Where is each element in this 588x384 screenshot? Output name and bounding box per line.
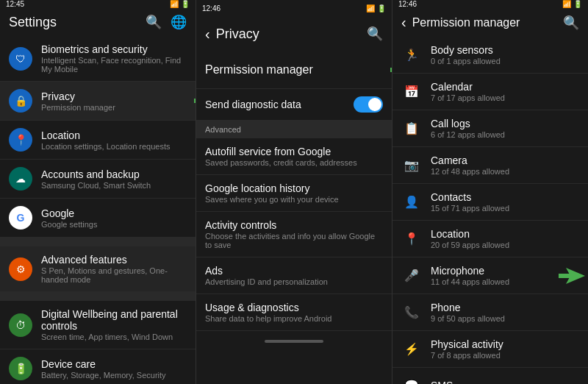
- accounts-subtitle: Samsung Cloud, Smart Switch: [41, 181, 187, 190]
- location-history-subtitle: Saves where you go with your device: [205, 195, 383, 204]
- microphone-arrow: [559, 268, 585, 284]
- permission-manager-panel: 12:46 📶 🔋 ‹ Permission manager 🔍 🏃 Body …: [392, 0, 588, 384]
- settings-item-advanced[interactable]: ⚙ Advanced features S Pen, Motions and g…: [0, 246, 196, 292]
- sms-title: SMS: [431, 380, 579, 384]
- autofill-subtitle: Saved passwords, credit cards, addresses: [205, 158, 383, 167]
- perm-location-subtitle: 20 of 59 apps allowed: [431, 241, 579, 249]
- privacy-item-permission-manager[interactable]: Permission manager: [196, 51, 392, 89]
- google-text: Google Google settings: [41, 207, 187, 229]
- location-history-title: Google location history: [205, 182, 383, 194]
- perm-location-text: Location 20 of 59 apps allowed: [431, 228, 579, 249]
- globe-icon[interactable]: 🌐: [171, 14, 187, 30]
- privacy-panel: 12:46 📶 🔋 ‹ Privacy 🔍 Permission manager: [196, 0, 392, 384]
- status-time-3: 12:46: [398, 0, 417, 8]
- accounts-text: Accounts and backup Samsung Cloud, Smart…: [41, 168, 187, 190]
- perm-item-location[interactable]: 📍 Location 20 of 59 apps allowed: [392, 221, 588, 257]
- privacy-text: Privacy Permission manager: [41, 90, 187, 112]
- google-title: Google: [41, 207, 187, 219]
- back-button-privacy[interactable]: ‹: [205, 26, 210, 43]
- phone-icon: 📞: [401, 302, 422, 323]
- body-sensors-text: Body sensors 0 of 1 apps allowed: [431, 44, 579, 65]
- settings-item-device[interactable]: 🔋 Device care Battery, Storage, Memory, …: [0, 349, 196, 384]
- camera-icon: 📷: [401, 155, 422, 176]
- privacy-item-autofill[interactable]: Autofill service from Google Saved passw…: [196, 138, 392, 175]
- status-bar-1: 12:45 📶 🔋: [0, 0, 196, 8]
- usage-title: Usage & diagnostics: [205, 302, 383, 313]
- perm-location-icon: 📍: [401, 229, 422, 249]
- location-icon: 📍: [9, 128, 32, 152]
- perm-item-contacts[interactable]: 👤 Contacts 15 of 71 apps allowed: [392, 184, 588, 221]
- privacy-item-diagnostic[interactable]: Send diagnostic data: [196, 89, 392, 121]
- camera-text: Camera 12 of 48 apps allowed: [431, 154, 579, 176]
- app-container: 12:45 📶 🔋 Settings 🔍 🌐 🛡 Biometrics and …: [0, 0, 588, 384]
- ads-subtitle: Advertising ID and personalization: [205, 277, 383, 286]
- perm-item-body-sensors[interactable]: 🏃 Body sensors 0 of 1 apps allowed: [392, 37, 588, 74]
- toggle-knob: [368, 98, 381, 111]
- phone-subtitle: 9 of 50 apps allowed: [431, 314, 579, 323]
- device-icon: 🔋: [9, 357, 32, 380]
- settings-item-accounts[interactable]: ☁ Accounts and backup Samsung Cloud, Sma…: [0, 160, 196, 199]
- sms-text: SMS: [431, 380, 579, 384]
- perm-item-call-logs[interactable]: 📋 Call logs 6 of 12 apps allowed: [392, 110, 588, 147]
- perm-location-title: Location: [431, 228, 579, 240]
- microphone-title: Microphone: [431, 265, 579, 277]
- phone-text: Phone 9 of 50 apps allowed: [431, 302, 579, 323]
- camera-subtitle: 12 of 48 apps allowed: [431, 167, 579, 176]
- perm-item-phone[interactable]: 📞 Phone 9 of 50 apps allowed: [392, 294, 588, 331]
- perm-item-microphone[interactable]: 🎤 Microphone 11 of 44 apps allowed: [392, 257, 588, 294]
- perm-item-camera[interactable]: 📷 Camera 12 of 48 apps allowed: [392, 147, 588, 184]
- biometrics-subtitle: Intelligent Scan, Face recognition, Find…: [41, 56, 187, 74]
- diagnostic-toggle[interactable]: [354, 96, 383, 113]
- settings-item-biometrics[interactable]: 🛡 Biometrics and security Intelligent Sc…: [0, 36, 196, 82]
- privacy-subtitle: Permission manager: [41, 103, 187, 112]
- privacy-item-location-history[interactable]: Google location history Saves where you …: [196, 175, 392, 212]
- perm-item-sms[interactable]: 💬 SMS: [392, 368, 588, 384]
- sms-icon: 💬: [401, 375, 422, 384]
- calendar-icon: 📅: [401, 82, 422, 102]
- settings-item-privacy[interactable]: 🔒 Privacy Permission manager: [0, 82, 196, 121]
- perm-item-physical-activity[interactable]: ⚡ Physical activity 7 of 8 apps allowed: [392, 331, 588, 368]
- bottom-nav-2: [196, 331, 392, 352]
- privacy-item-ads[interactable]: Ads Advertising ID and personalization: [196, 257, 392, 294]
- permission-manager-text: Permission manager: [205, 63, 383, 77]
- advanced-icon: ⚙: [9, 257, 32, 281]
- physical-activity-icon: ⚡: [401, 339, 422, 360]
- settings-header: Settings 🔍 🌐: [0, 8, 196, 36]
- section-divider-2: [0, 292, 196, 301]
- perm-item-calendar[interactable]: 📅 Calendar 7 of 17 apps allowed: [392, 74, 588, 110]
- privacy-header: ‹ Privacy 🔍: [196, 16, 392, 51]
- search-icon-perm[interactable]: 🔍: [563, 15, 579, 31]
- permission-manager-header: ‹ Permission manager 🔍: [392, 8, 588, 37]
- phone-title: Phone: [431, 302, 579, 313]
- location-subtitle: Location settings, Location requests: [41, 142, 187, 151]
- contacts-icon: 👤: [401, 192, 422, 213]
- status-icons-1: 📶 🔋: [170, 0, 190, 8]
- usage-text: Usage & diagnostics Share data to help i…: [205, 302, 383, 323]
- diagnostic-text: Send diagnostic data: [205, 99, 354, 110]
- search-icon-privacy[interactable]: 🔍: [367, 26, 383, 42]
- search-icon[interactable]: 🔍: [146, 14, 162, 30]
- status-time-1: 12:45: [6, 0, 24, 8]
- microphone-subtitle: 11 of 44 apps allowed: [431, 277, 579, 286]
- digital-icon: ⏱: [9, 313, 32, 337]
- privacy-icon: 🔒: [9, 89, 32, 113]
- accounts-icon: ☁: [9, 167, 32, 191]
- contacts-text: Contacts 15 of 71 apps allowed: [431, 191, 579, 213]
- settings-header-icons: 🔍 🌐: [146, 14, 187, 30]
- privacy-item-activity[interactable]: Activity controls Choose the activities …: [196, 212, 392, 257]
- settings-item-location[interactable]: 📍 Location Location settings, Location r…: [0, 121, 196, 160]
- device-text: Device care Battery, Storage, Memory, Se…: [41, 358, 187, 380]
- back-button-perm[interactable]: ‹: [401, 14, 406, 31]
- ads-text: Ads Advertising ID and personalization: [205, 265, 383, 286]
- physical-activity-text: Physical activity 7 of 8 apps allowed: [431, 338, 579, 360]
- location-history-text: Google location history Saves where you …: [205, 182, 383, 204]
- settings-item-google[interactable]: G Google Google settings: [0, 199, 196, 238]
- body-sensors-subtitle: 0 of 1 apps allowed: [431, 57, 579, 65]
- settings-item-digital[interactable]: ⏱ Digital Wellbeing and parental control…: [0, 301, 196, 349]
- privacy-item-usage[interactable]: Usage & diagnostics Share data to help i…: [196, 294, 392, 331]
- body-sensors-icon: 🏃: [401, 45, 422, 65]
- activity-subtitle: Choose the activities and info you allow…: [205, 232, 383, 249]
- digital-text: Digital Wellbeing and parental controls …: [41, 308, 187, 341]
- call-logs-subtitle: 6 of 12 apps allowed: [431, 130, 579, 139]
- call-logs-icon: 📋: [401, 118, 422, 139]
